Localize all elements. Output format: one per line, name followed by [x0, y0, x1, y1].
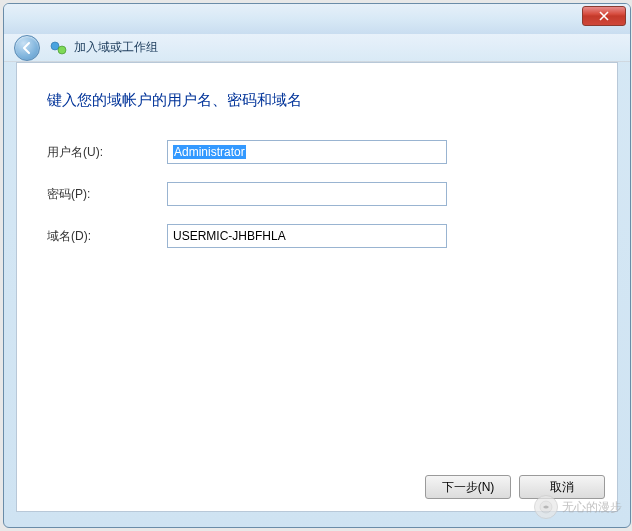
- close-button[interactable]: [582, 6, 626, 26]
- content-area: 键入您的域帐户的用户名、密码和域名 用户名(U): Administrator …: [16, 62, 618, 512]
- close-icon: [599, 11, 609, 21]
- titlebar: [4, 4, 630, 34]
- username-field[interactable]: Administrator: [167, 140, 447, 164]
- back-button[interactable]: [14, 35, 40, 61]
- svg-point-1: [58, 46, 66, 54]
- username-label: 用户名(U):: [47, 144, 167, 161]
- dialog-window: 加入域或工作组 键入您的域帐户的用户名、密码和域名 用户名(U): Admini…: [3, 3, 631, 528]
- footer-buttons: 下一步(N) 取消: [425, 475, 605, 499]
- header-bar: 加入域或工作组: [4, 34, 630, 62]
- password-label: 密码(P):: [47, 186, 167, 203]
- domain-field[interactable]: [167, 224, 447, 248]
- domain-label: 域名(D):: [47, 228, 167, 245]
- network-icon: [50, 39, 68, 57]
- cancel-button[interactable]: 取消: [519, 475, 605, 499]
- username-row: 用户名(U): Administrator: [47, 140, 587, 164]
- domain-row: 域名(D):: [47, 224, 587, 248]
- instruction-text: 键入您的域帐户的用户名、密码和域名: [47, 91, 587, 110]
- header-title: 加入域或工作组: [74, 39, 158, 56]
- svg-point-0: [51, 42, 59, 50]
- back-arrow-icon: [20, 41, 34, 55]
- next-button[interactable]: 下一步(N): [425, 475, 511, 499]
- username-value: Administrator: [173, 145, 246, 159]
- password-field[interactable]: [167, 182, 447, 206]
- password-row: 密码(P):: [47, 182, 587, 206]
